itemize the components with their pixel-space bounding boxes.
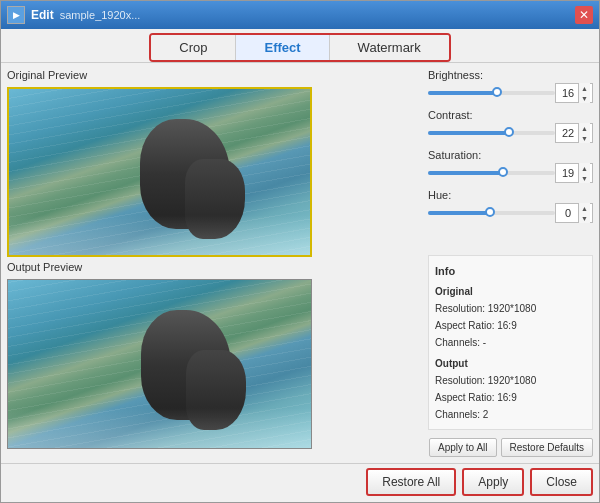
close-button[interactable]: Close	[530, 468, 593, 496]
contrast-control-row: 22 ▲ ▼	[428, 123, 593, 143]
original-image	[9, 89, 310, 255]
original-channels: Channels: -	[435, 334, 586, 351]
output-aspect: Aspect Ratio: 16:9	[435, 389, 586, 406]
contrast-section: Contrast: 22 ▲ ▼	[428, 109, 593, 145]
brightness-slider-track[interactable]	[428, 91, 555, 95]
edit-window: ▶ Edit sample_1920x... ✕ Crop Effect Wat…	[0, 0, 600, 503]
saturation-slider-thumb[interactable]	[498, 167, 508, 177]
brightness-increment[interactable]: ▲	[579, 83, 590, 93]
output-resolution: Resolution: 1920*1080	[435, 372, 586, 389]
brightness-slider-thumb[interactable]	[492, 87, 502, 97]
brightness-label-row: Brightness:	[428, 69, 593, 81]
brightness-label: Brightness:	[428, 69, 488, 81]
contrast-slider-container	[428, 131, 555, 135]
hue-decrement[interactable]: ▼	[579, 213, 590, 223]
original-info-title: Original	[435, 283, 586, 300]
output-preview-section: Output Preview	[7, 261, 422, 449]
tab-effect[interactable]: Effect	[236, 35, 329, 60]
brightness-slider-fill	[428, 91, 498, 95]
file-name: sample_1920x...	[60, 9, 141, 21]
hue-value: 0	[558, 207, 578, 219]
contrast-label: Contrast:	[428, 109, 488, 121]
hue-slider-fill	[428, 211, 492, 215]
tab-watermark[interactable]: Watermark	[330, 35, 449, 60]
brightness-slider-container	[428, 91, 555, 95]
saturation-increment[interactable]: ▲	[579, 163, 590, 173]
contrast-increment[interactable]: ▲	[579, 123, 590, 133]
contrast-slider-fill	[428, 131, 511, 135]
brightness-decrement[interactable]: ▼	[579, 93, 590, 103]
tab-crop[interactable]: Crop	[151, 35, 236, 60]
original-preview-section: Original Preview	[7, 69, 422, 257]
saturation-value: 19	[558, 167, 578, 179]
saturation-decrement[interactable]: ▼	[579, 173, 590, 183]
hue-control-row: 0 ▲ ▼	[428, 203, 593, 223]
hue-slider-container	[428, 211, 555, 215]
output-info-title: Output	[435, 355, 586, 372]
contrast-spin-input: 22 ▲ ▼	[555, 123, 593, 143]
hue-section: Hue: 0 ▲ ▼	[428, 189, 593, 225]
info-box: Info Original Resolution: 1920*1080 Aspe…	[428, 255, 593, 430]
brightness-section: Brightness: 16 ▲ ▼	[428, 69, 593, 105]
original-preview-label: Original Preview	[7, 69, 422, 81]
output-channels: Channels: 2	[435, 406, 586, 423]
tabs-wrapper: Crop Effect Watermark	[149, 33, 450, 62]
output-preview-frame	[7, 279, 312, 449]
hue-label: Hue:	[428, 189, 488, 201]
brightness-spin-arrows: ▲ ▼	[578, 83, 590, 103]
hue-slider-thumb[interactable]	[485, 207, 495, 217]
saturation-spin-arrows: ▲ ▼	[578, 163, 590, 183]
restore-defaults-button[interactable]: Restore Defaults	[501, 438, 593, 457]
info-title: Info	[435, 262, 586, 281]
restore-all-button[interactable]: Restore All	[366, 468, 456, 496]
original-resolution: Resolution: 1920*1080	[435, 300, 586, 317]
close-window-button[interactable]: ✕	[575, 6, 593, 24]
brightness-value: 16	[558, 87, 578, 99]
saturation-section: Saturation: 19 ▲ ▼	[428, 149, 593, 185]
left-panel: Original Preview Output Preview	[7, 69, 422, 457]
saturation-slider-fill	[428, 171, 504, 175]
original-aspect: Aspect Ratio: 16:9	[435, 317, 586, 334]
hue-slider-track[interactable]	[428, 211, 555, 215]
saturation-spin-input: 19 ▲ ▼	[555, 163, 593, 183]
contrast-slider-track[interactable]	[428, 131, 555, 135]
right-spacer	[428, 229, 593, 251]
original-preview-frame	[7, 87, 312, 257]
saturation-label: Saturation:	[428, 149, 488, 161]
hue-spin-input: 0 ▲ ▼	[555, 203, 593, 223]
contrast-spin-arrows: ▲ ▼	[578, 123, 590, 143]
saturation-control-row: 19 ▲ ▼	[428, 163, 593, 183]
contrast-slider-thumb[interactable]	[504, 127, 514, 137]
main-content: Original Preview Output Preview	[1, 63, 599, 463]
right-panel: Brightness: 16 ▲ ▼	[428, 69, 593, 457]
app-icon: ▶	[7, 6, 25, 24]
contrast-decrement[interactable]: ▼	[579, 133, 590, 143]
output-preview-label: Output Preview	[7, 261, 422, 273]
title-bar-left: ▶ Edit sample_1920x...	[7, 6, 140, 24]
contrast-label-row: Contrast:	[428, 109, 593, 121]
right-button-row: Apply to All Restore Defaults	[428, 438, 593, 457]
saturation-slider-track[interactable]	[428, 171, 555, 175]
tabs-container: Crop Effect Watermark	[1, 29, 599, 63]
saturation-label-row: Saturation:	[428, 149, 593, 161]
hue-increment[interactable]: ▲	[579, 203, 590, 213]
apply-button[interactable]: Apply	[462, 468, 524, 496]
hue-spin-arrows: ▲ ▼	[578, 203, 590, 223]
window-title: Edit	[31, 8, 54, 22]
brightness-control-row: 16 ▲ ▼	[428, 83, 593, 103]
output-image	[8, 280, 311, 448]
bottom-button-bar: Restore All Apply Close	[1, 463, 599, 502]
contrast-value: 22	[558, 127, 578, 139]
title-bar: ▶ Edit sample_1920x... ✕	[1, 1, 599, 29]
brightness-spin-input: 16 ▲ ▼	[555, 83, 593, 103]
hue-label-row: Hue:	[428, 189, 593, 201]
saturation-slider-container	[428, 171, 555, 175]
apply-to-all-button[interactable]: Apply to All	[429, 438, 496, 457]
